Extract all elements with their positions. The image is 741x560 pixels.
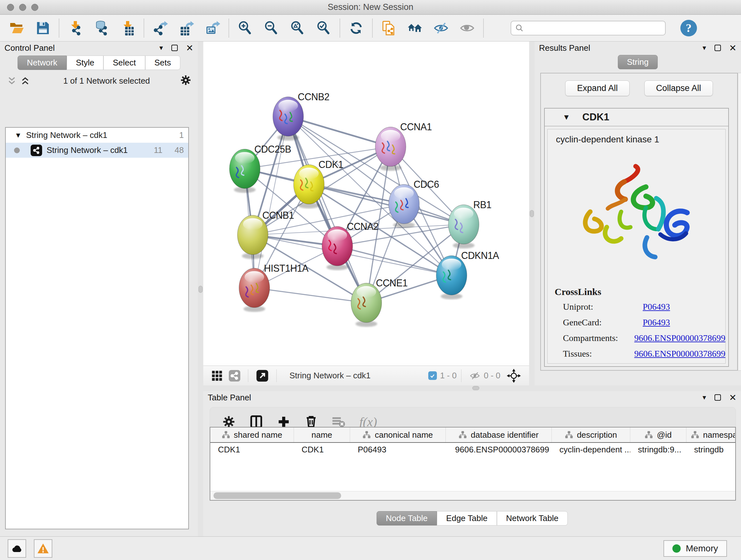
duplicate-network-button[interactable] xyxy=(381,20,397,37)
table-options-gear-icon[interactable] xyxy=(222,415,235,428)
grid-view-icon[interactable] xyxy=(212,370,222,381)
import-table-file-button[interactable] xyxy=(119,20,136,37)
column-header-database-identifier[interactable]: database identifier xyxy=(446,428,552,442)
crosslink-link[interactable]: 9606.ENSP00000378699 xyxy=(634,333,725,343)
panel-menu-icon[interactable]: ▾ xyxy=(159,44,163,52)
node-CDC6[interactable]: CDC6 xyxy=(389,179,439,228)
search-box[interactable] xyxy=(511,21,666,36)
table-row[interactable]: CDK1CDK1P064939606.ENSP00000378699cyclin… xyxy=(210,443,735,457)
export-table-button[interactable] xyxy=(178,20,195,37)
right-splitter[interactable] xyxy=(529,42,535,385)
warning-button[interactable] xyxy=(34,539,52,558)
close-panel-icon[interactable]: ✕ xyxy=(729,392,737,403)
close-panel-icon[interactable]: ✕ xyxy=(729,43,737,53)
first-neighbors-button[interactable] xyxy=(407,20,423,37)
expand-all-button[interactable]: Expand All xyxy=(565,80,630,96)
export-image-button[interactable] xyxy=(204,20,221,37)
network-options-gear-icon[interactable] xyxy=(180,74,192,87)
control-panel-tabs: NetworkStyleSelectSets xyxy=(0,56,198,70)
crosslink-row: Uniprot:P06493 xyxy=(555,302,725,312)
network-view-toolbar: String Network – cdk1 1 - 0 0 - 0 xyxy=(203,366,529,385)
tab-edge-table[interactable]: Edge Table xyxy=(437,511,497,525)
crosslink-row: Tissues:9606.ENSP00000378699 xyxy=(555,349,725,359)
fit-content-crosshair-icon[interactable] xyxy=(507,369,521,383)
left-splitter[interactable] xyxy=(198,42,203,537)
network-collection-row[interactable]: ▼ String Network – cdk1 1 xyxy=(6,128,188,143)
import-network-database-button[interactable] xyxy=(93,20,110,37)
close-panel-icon[interactable]: ✕ xyxy=(186,43,193,53)
column-header-name[interactable]: name xyxy=(294,428,350,442)
show-columns-icon[interactable] xyxy=(250,415,263,428)
tab-node-table[interactable]: Node Table xyxy=(377,511,437,525)
node-CDC25B[interactable]: CDC25B xyxy=(229,143,291,193)
column-header-@id[interactable]: @id xyxy=(630,428,686,442)
node-CCNE1[interactable]: CCNE1 xyxy=(351,277,408,327)
horizontal-splitter[interactable] xyxy=(203,385,741,391)
float-panel-icon[interactable] xyxy=(715,394,721,401)
crosslink-link[interactable]: 9606.ENSP00000378699 xyxy=(634,349,725,359)
network-row[interactable]: String Network – cdk1 11 48 xyxy=(6,143,188,158)
edge-HIST1H1A-CCNE1 xyxy=(254,288,366,303)
string-view-icon[interactable] xyxy=(229,370,240,381)
column-header-canonical-name[interactable]: canonical name xyxy=(350,428,446,442)
tab-style[interactable]: Style xyxy=(67,56,104,70)
node-CCNA1[interactable]: CCNA1 xyxy=(375,121,432,171)
import-network-file-button[interactable] xyxy=(67,20,84,37)
node-CCNB1[interactable]: CCNB1 xyxy=(238,209,294,259)
table-tabs: Node TableEdge TableNetwork Table xyxy=(203,511,741,525)
export-network-button[interactable] xyxy=(152,20,169,37)
tab-string[interactable]: String xyxy=(618,55,658,69)
tab-network-table[interactable]: Network Table xyxy=(497,511,568,525)
tab-select[interactable]: Select xyxy=(104,56,145,70)
tab-network[interactable]: Network xyxy=(17,56,66,70)
table-hscroll-thumb[interactable] xyxy=(213,492,341,499)
node-HIST1H1A[interactable]: HIST1H1A xyxy=(239,262,309,312)
show-all-button[interactable] xyxy=(459,20,475,37)
zoom-in-button[interactable] xyxy=(237,20,253,37)
crosslink-link[interactable]: P06493 xyxy=(643,317,670,327)
panel-menu-icon[interactable]: ▾ xyxy=(702,393,706,401)
float-panel-icon[interactable] xyxy=(172,45,178,51)
save-session-button[interactable] xyxy=(35,20,51,37)
collapse-all-button[interactable]: Collapse All xyxy=(644,80,713,96)
column-header-namespac[interactable]: namespac xyxy=(686,428,735,442)
node-label-CDC25B: CDC25B xyxy=(254,143,291,155)
help-button[interactable]: ? xyxy=(680,20,697,37)
refresh-view-button[interactable] xyxy=(348,20,364,37)
float-panel-icon[interactable] xyxy=(715,45,721,51)
collapse-all-networks-icon[interactable] xyxy=(20,76,30,85)
selected-checkbox-icon[interactable] xyxy=(428,371,437,380)
results-panel-title: Results Panel xyxy=(539,43,590,53)
crosslink-link[interactable]: P06493 xyxy=(643,302,670,312)
table-hscrollbar[interactable] xyxy=(210,491,735,500)
birdseye-view-icon[interactable] xyxy=(256,369,269,382)
protein-header[interactable]: ▼ CDK1 xyxy=(545,109,728,126)
collapse-protein-icon[interactable]: ▼ xyxy=(562,113,570,122)
string-network-icon xyxy=(30,145,42,156)
node-CCNB2[interactable]: CCNB2 xyxy=(273,91,329,140)
tab-sets[interactable]: Sets xyxy=(145,56,180,70)
zoom-fit-button[interactable] xyxy=(289,20,306,37)
node-RB1[interactable]: RB1 xyxy=(448,199,491,248)
results-scrollbar[interactable] xyxy=(738,73,741,371)
open-session-button[interactable] xyxy=(8,20,25,37)
collapse-collection-icon[interactable]: ▼ xyxy=(15,131,22,139)
zoom-selected-button[interactable] xyxy=(315,20,332,37)
main-toolbar: ? xyxy=(0,15,741,42)
zoom-selected-icon xyxy=(316,20,331,36)
column-header-description[interactable]: description xyxy=(552,428,630,442)
add-column-icon[interactable] xyxy=(277,415,290,428)
search-input[interactable] xyxy=(527,23,661,33)
node-CDKN1A[interactable]: CDKN1A xyxy=(436,250,499,299)
status-bar: Memory xyxy=(0,537,741,560)
network-canvas[interactable]: CCNB2 CCNA1 CDC25B CDK1 CDC6 RB1 CCNB1 xyxy=(203,42,529,366)
zoom-out-button[interactable] xyxy=(263,20,280,37)
hide-selected-button[interactable] xyxy=(433,20,449,37)
delete-column-icon[interactable] xyxy=(305,415,318,428)
edge-CCNB2-CCNE1 xyxy=(288,117,366,303)
cloud-button[interactable] xyxy=(8,539,26,558)
memory-button[interactable]: Memory xyxy=(664,540,727,557)
column-header-shared-name[interactable]: shared name xyxy=(210,428,294,442)
expand-all-networks-icon[interactable] xyxy=(6,76,17,85)
panel-menu-icon[interactable]: ▾ xyxy=(702,44,706,52)
